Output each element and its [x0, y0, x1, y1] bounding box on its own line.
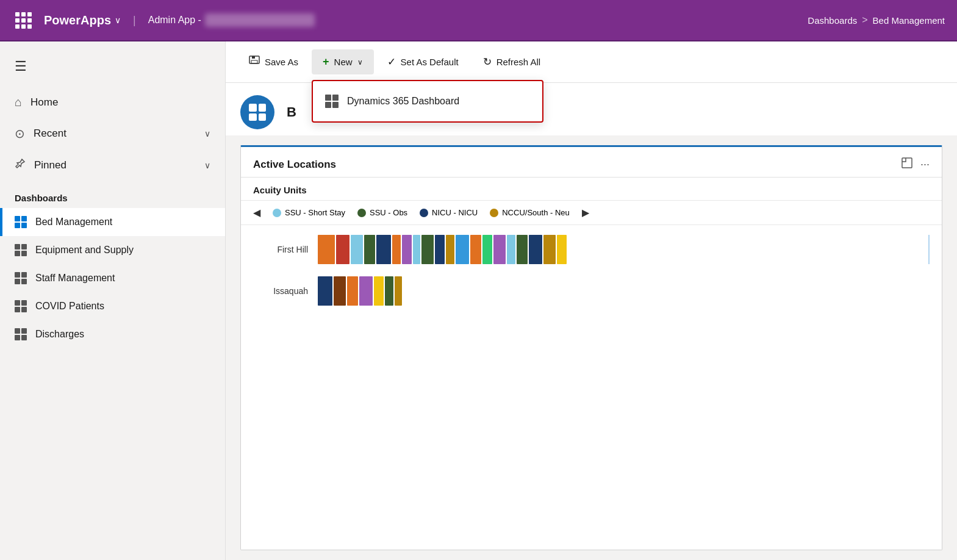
legend-dot-ssu-obs	[357, 209, 366, 217]
bar-segment	[336, 235, 349, 264]
legend-label-nicu: NICU - NICU	[432, 208, 478, 217]
chart-title: Active Locations	[253, 159, 336, 171]
bar-segment	[318, 235, 335, 264]
sidebar-item-covid-patients[interactable]: COVID Patients	[0, 292, 225, 320]
main-layout: ☰ ⌂ Home ⊙ Recent ∨ Pinned ∨ Dashboards …	[0, 41, 957, 560]
new-chevron-icon: ∨	[357, 58, 363, 66]
svg-rect-3	[902, 158, 912, 168]
bar-segment	[376, 235, 391, 264]
covid-patients-label: COVID Patients	[35, 301, 104, 312]
new-dropdown-container: + New ∨ Dynamics 365 Dashboard	[312, 49, 374, 74]
breadcrumb: Dashboards > Bed Management	[808, 15, 945, 26]
refresh-all-button[interactable]: ↻ Refresh All	[472, 49, 552, 74]
sidebar-recent-label: Recent	[34, 127, 66, 140]
content-area: Save As + New ∨ Dynamics 365 Dashboard	[226, 41, 957, 560]
save-as-label: Save As	[265, 57, 298, 67]
legend-next-button[interactable]: ▶	[582, 207, 589, 218]
discharges-icon	[15, 328, 27, 340]
sidebar: ☰ ⌂ Home ⊙ Recent ∨ Pinned ∨ Dashboards …	[0, 41, 226, 560]
bar-segment	[543, 235, 556, 264]
bar-segment	[557, 235, 567, 264]
first-hill-bars	[318, 235, 916, 264]
first-hill-label: First Hill	[253, 245, 308, 254]
checkmark-icon: ✓	[387, 56, 396, 68]
breadcrumb-section[interactable]: Dashboards	[808, 15, 857, 26]
legend-item-nccu: NCCU/South - Neu	[490, 208, 570, 217]
staff-management-icon	[15, 272, 27, 284]
bar-segment	[395, 276, 402, 306]
grid-icon[interactable]	[12, 9, 34, 31]
legend-prev-button[interactable]: ◀	[253, 207, 260, 218]
new-label: New	[334, 57, 353, 67]
bar-segment	[482, 235, 492, 264]
bar-segment	[385, 276, 393, 306]
legend-label-ssu-obs: SSU - Obs	[370, 208, 407, 217]
app-name-chevron: ∨	[115, 15, 121, 25]
toolbar: Save As + New ∨ Dynamics 365 Dashboard	[226, 41, 957, 83]
covid-patients-icon	[15, 300, 27, 312]
chart-header: Active Locations ···	[241, 147, 942, 178]
legend-dot-ssu-short	[273, 209, 281, 217]
set-as-default-button[interactable]: ✓ Set As Default	[376, 49, 470, 74]
issaquah-label: Issaquah	[253, 286, 308, 296]
sidebar-item-recent[interactable]: ⊙ Recent ∨	[0, 118, 225, 149]
top-nav: PowerApps ∨ | Admin App - Dashboards > B…	[0, 0, 957, 41]
bar-segment	[364, 235, 375, 264]
legend-label-nccu: NCCU/South - Neu	[502, 208, 570, 217]
bar-segment	[456, 235, 469, 264]
equipment-supply-icon	[15, 244, 27, 256]
dynamics-dashboard-option[interactable]: Dynamics 365 Dashboard	[313, 85, 542, 118]
chart-more-button[interactable]: ···	[920, 158, 930, 171]
equipment-supply-label: Equipment and Supply	[35, 245, 134, 256]
app-name[interactable]: PowerApps ∨	[44, 13, 121, 27]
dynamics-dashboard-icon	[325, 95, 339, 108]
chart-subtitle: Acuity Units	[241, 178, 942, 201]
bar-segment	[529, 235, 542, 264]
svg-rect-2	[252, 56, 255, 59]
bar-segment	[347, 276, 358, 306]
bar-segment	[517, 235, 528, 264]
bar-segment	[493, 235, 506, 264]
legend-item-ssu-obs: SSU - Obs	[357, 208, 407, 217]
nav-divider: |	[133, 14, 136, 27]
admin-app-section: Admin App -	[148, 13, 315, 27]
sidebar-item-equipment-supply[interactable]: Equipment and Supply	[0, 236, 225, 264]
chart-expand-button[interactable]	[901, 157, 913, 172]
breadcrumb-separator: >	[862, 15, 867, 26]
legend-dot-nicu	[420, 209, 428, 217]
new-button[interactable]: + New ∨	[312, 49, 374, 74]
pinned-chevron: ∨	[204, 160, 210, 170]
bar-segment	[374, 276, 384, 306]
bar-segment	[351, 235, 363, 264]
refresh-icon: ↻	[483, 56, 492, 68]
sidebar-item-discharges[interactable]: Discharges	[0, 320, 225, 348]
dashboards-section-label: Dashboards	[0, 181, 225, 208]
sidebar-item-home[interactable]: ⌂ Home	[0, 87, 225, 118]
staff-management-label: Staff Management	[35, 273, 115, 284]
pin-icon	[15, 158, 26, 172]
legend-dot-nccu	[490, 209, 498, 217]
bed-management-label: Bed Management	[35, 217, 112, 228]
chart-legend: ◀ SSU - Short Stay SSU - Obs NICU - NICU…	[241, 201, 942, 225]
page-title: B	[287, 104, 296, 120]
new-plus-icon: +	[323, 56, 329, 68]
new-dropdown-menu: Dynamics 365 Dashboard	[312, 80, 543, 123]
page-icon-grid	[249, 104, 266, 121]
bar-segment	[318, 276, 332, 306]
recent-chevron: ∨	[204, 129, 210, 138]
save-as-button[interactable]: Save As	[238, 49, 309, 74]
bar-segment	[413, 235, 420, 264]
legend-item-ssu-short: SSU - Short Stay	[273, 208, 345, 217]
hamburger-menu[interactable]: ☰	[0, 51, 225, 82]
admin-app-blurred	[205, 13, 315, 27]
bar-segment	[334, 276, 346, 306]
sidebar-item-pinned[interactable]: Pinned ∨	[0, 149, 225, 181]
chart-row-issaquah: Issaquah	[253, 276, 930, 306]
bar-segment	[470, 235, 481, 264]
sidebar-item-bed-management[interactable]: Bed Management	[0, 208, 225, 236]
sidebar-pinned-label: Pinned	[34, 159, 66, 171]
sidebar-item-staff-management[interactable]: Staff Management	[0, 264, 225, 292]
bar-segment	[435, 235, 445, 264]
bar-segment	[421, 235, 434, 264]
legend-item-nicu: NICU - NICU	[420, 208, 478, 217]
